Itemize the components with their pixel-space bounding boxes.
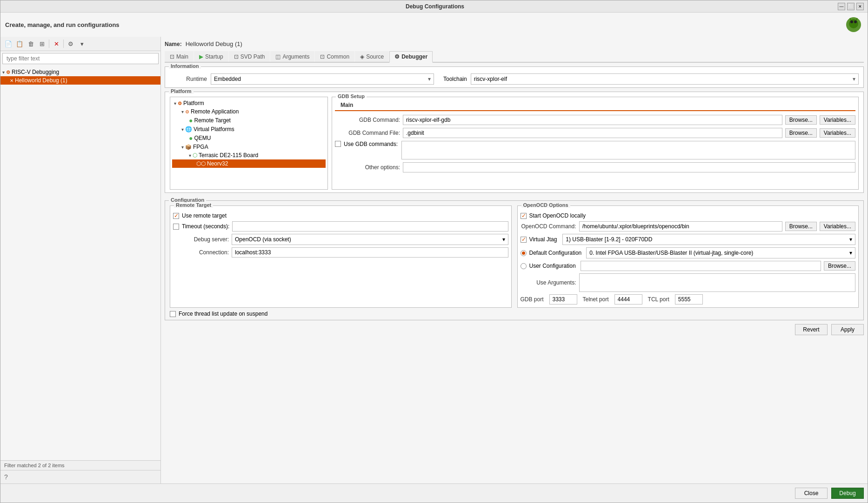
gdb-command-file-input[interactable] [403,128,782,138]
default-config-combo-arrow: ▾ [849,250,852,256]
platform-section-title: Platform [169,88,194,94]
new-config-button[interactable]: 📄 [3,39,13,49]
tree-group-label: RISC-V Debugging [12,69,59,75]
gdb-command-input[interactable] [403,115,782,125]
svg-point-3 [854,20,857,23]
runtime-combo[interactable]: Embedded ▾ [211,73,434,85]
timeout-checkbox[interactable] [173,224,179,230]
default-config-value: 0. Intel FPGA USB-Blaster/USB-Blaster II… [589,250,753,256]
toolchain-combo[interactable]: riscv-xplor-elf ▾ [471,73,859,85]
tab-startup[interactable]: ▶ Startup [194,51,228,62]
tree-group-riscv[interactable]: ▾ ⚙ RISC-V Debugging [0,68,160,76]
debug-button[interactable]: Debug [831,488,864,499]
virtual-jtag-combo[interactable]: 1) USB-Blaster [1-9.2] - 020F70DD ▾ [562,234,855,245]
neorv32-icon: ⬡⬡ [196,160,206,167]
openocd-browse-button[interactable]: Browse... [785,222,817,231]
gdb-command-browse-button[interactable]: Browse... [785,115,817,125]
timeout-input[interactable] [232,221,508,232]
openocd-section-title: OpenOCD Options [521,202,570,208]
platform-tree-virtual-platforms[interactable]: ▾ 🌐 Virtual Platforms [172,125,326,133]
use-gdb-commands-checkbox[interactable] [335,141,341,147]
tab-svdpath[interactable]: ⊡ SVD Path [229,51,270,62]
default-config-combo[interactable]: 0. Intel FPGA USB-Blaster/USB-Blaster II… [586,247,855,258]
filter-input[interactable] [2,53,159,64]
gdb-command-variables-button[interactable]: Variables... [820,115,855,125]
use-remote-target-checkbox[interactable] [173,213,179,219]
user-config-radio[interactable] [521,263,527,269]
copy-config-button[interactable]: 📋 [14,39,25,49]
tab-common[interactable]: ⊡ Common [315,51,354,62]
platform-tree-fpga[interactable]: ▾ 📦 FPGA [172,143,326,151]
platform-tree-qemu[interactable]: ● QEMU [172,133,326,143]
debug-server-combo[interactable]: OpenOCD (via socket) ▾ [232,234,508,245]
minimize-button[interactable]: — [838,3,845,10]
gdb-command-row: GDB Command: Browse... Variables... [335,115,855,125]
platform-tree-remote-target[interactable]: ● Remote Target [172,116,326,125]
filter-dropdown-button[interactable]: ▾ [77,39,87,49]
telnet-port-input[interactable] [614,294,642,304]
tcl-port-input[interactable] [675,294,703,304]
title-bar: Debug Configurations — ⬜ ✕ [0,0,868,13]
force-thread-label: Force thread list update on suspend [179,311,267,317]
platform-tree-terrasic[interactable]: ▾ ⬡ Terrasic DE2-115 Board [172,151,326,159]
default-config-row: Default Configuration 0. Intel FPGA USB-… [521,247,856,258]
filter-status: Filter matched 2 of 2 items [0,460,160,470]
help-icon[interactable]: ? [4,473,8,481]
gdb-setup-title: GDB Setup [336,93,367,99]
configuration-section: Configuration Remote Target Use remote t… [165,200,864,320]
bottom-buttons: Close Debug [0,483,868,503]
force-thread-checkbox[interactable] [170,311,176,317]
svg-point-1 [849,19,858,28]
toolchain-value: riscv-xplor-elf [474,76,507,82]
tab-debugger[interactable]: ⚙ Debugger [389,51,433,63]
filter-button[interactable]: ⚙ [66,39,76,49]
other-options-input[interactable] [403,162,855,172]
name-row: Name: Helloworld Debug (1) [165,40,864,47]
source-tab-icon: ◈ [360,53,364,60]
close-button[interactable]: Close [795,488,828,499]
connection-input[interactable] [232,247,508,258]
tabs-bar: ⊡ Main ▶ Startup ⊡ SVD Path ◫ Arguments … [165,51,864,63]
delete-config-button[interactable]: 🗑 [26,39,36,49]
user-config-browse-button[interactable]: Browse... [824,261,855,271]
gdb-tab-main[interactable]: Main [335,100,359,111]
platform-tree-platform[interactable]: ▾ ⚙ Platform [172,99,326,107]
revert-button[interactable]: Revert [795,324,828,335]
duplicate-config-button[interactable]: ⊞ [37,39,47,49]
openocd-command-input[interactable] [579,221,782,232]
tab-main[interactable]: ⊡ Main [165,51,194,62]
use-arguments-textarea[interactable] [579,273,856,292]
close-button[interactable]: ✕ [856,3,864,10]
gdb-commands-textarea[interactable] [401,141,855,159]
apply-button[interactable]: Apply [831,324,864,335]
runtime-row: Runtime Embedded ▾ Toolchain riscv-xplor… [170,73,859,85]
gdb-port-input[interactable] [549,294,577,304]
action-buttons: Revert Apply [165,324,864,335]
filter-container [0,51,160,66]
gdb-command-file-label: GDB Command File: [335,130,400,136]
maximize-button[interactable]: ⬜ [847,3,855,10]
startup-tab-icon: ▶ [199,53,203,60]
openocd-variables-button[interactable]: Variables... [820,222,855,231]
runtime-combo-arrow: ▾ [428,76,431,82]
default-config-radio[interactable] [521,250,527,256]
terrasic-icon: ⬡ [193,152,197,159]
use-gdb-commands-row: Use GDB commands: [335,141,855,159]
start-openocd-checkbox[interactable] [521,213,527,219]
use-arguments-label: Use Arguments: [521,279,576,286]
platform-tree-remote-app[interactable]: ▾ ⚙ Remote Application [172,107,326,116]
use-gdb-commands-label: Use GDB commands: [344,141,398,147]
tab-arguments[interactable]: ◫ Arguments [270,51,314,62]
riscv-icon: ⚙ [6,70,10,75]
gdb-file-variables-button[interactable]: Variables... [820,128,855,138]
tree-item-helloworld[interactable]: ✕ Helloworld Debug (1) [0,76,160,85]
gdb-file-browse-button[interactable]: Browse... [785,128,817,138]
toolchain-combo-arrow: ▾ [853,76,855,82]
remove-config-button[interactable]: ✕ [51,39,61,49]
gdb-port-label: GDB port [521,296,544,303]
virtual-jtag-value: 1) USB-Blaster [1-9.2] - 020F70DD [566,236,652,243]
virtual-jtag-checkbox[interactable] [521,237,527,243]
platform-tree-neorv32[interactable]: ⬡⬡ Neorv32 [172,159,326,168]
tab-source[interactable]: ◈ Source [355,51,389,62]
user-config-input[interactable] [581,261,821,271]
